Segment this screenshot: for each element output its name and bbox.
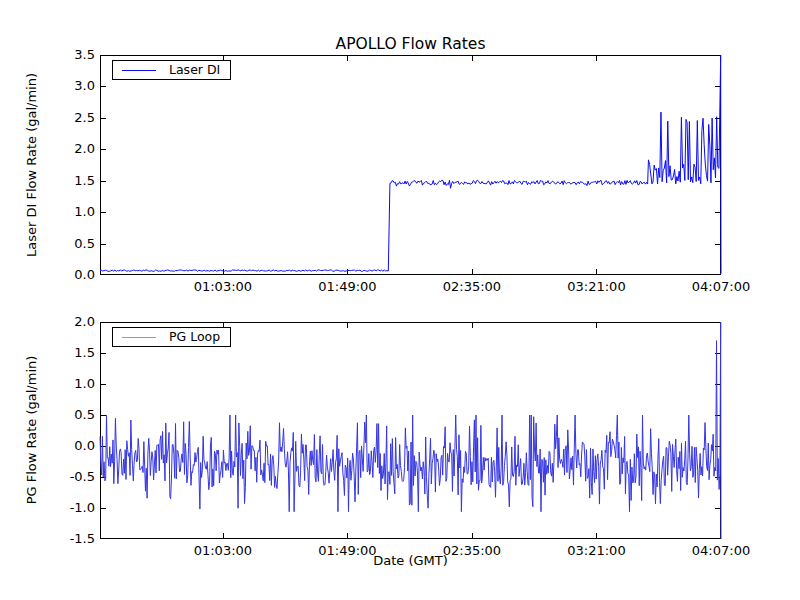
pg-loop-data-line bbox=[100, 322, 721, 539]
y-tick-label: -1.0 bbox=[49, 500, 95, 515]
plot-area-pg-loop bbox=[100, 322, 721, 539]
y-tick-label: 1.0 bbox=[49, 204, 95, 219]
y-tick-label: 2.5 bbox=[49, 110, 95, 125]
x-tick-label: 01:49:00 bbox=[302, 543, 392, 558]
y-tick-label: 0.0 bbox=[49, 438, 95, 453]
pg-loop-plot-svg bbox=[100, 322, 721, 539]
x-tick-label: 01:03:00 bbox=[178, 279, 268, 294]
y-tick-label: -1.5 bbox=[49, 531, 95, 546]
y-tick-label: 3.5 bbox=[49, 47, 95, 62]
y-tick-label: 1.5 bbox=[49, 173, 95, 188]
legend-label-laser-di: Laser DI bbox=[169, 63, 220, 77]
x-tick-label: 03:21:00 bbox=[551, 543, 641, 558]
plot-frame bbox=[101, 323, 721, 539]
laser-di-data-line bbox=[100, 55, 721, 274]
y-tick-label: 0.5 bbox=[49, 407, 95, 422]
chart-title: APOLLO Flow Rates bbox=[100, 35, 721, 53]
x-tick-label: 01:03:00 bbox=[178, 543, 268, 558]
plot-frame bbox=[101, 56, 721, 275]
y-tick-label: 2.0 bbox=[49, 141, 95, 156]
y-axis-label-laser-di: Laser DI Flow Rate (gal/min) bbox=[24, 35, 40, 295]
y-axis-label-pg: PG Flow Rate (gal/min) bbox=[24, 300, 40, 560]
x-tick-label: 04:07:00 bbox=[676, 279, 766, 294]
x-tick-label: 02:35:00 bbox=[427, 279, 517, 294]
plot-area-laser-di bbox=[100, 55, 721, 275]
y-tick-label: 0.5 bbox=[49, 236, 95, 251]
y-tick-label: -0.5 bbox=[49, 469, 95, 484]
x-tick-label: 01:49:00 bbox=[302, 279, 392, 294]
y-tick-label: 1.0 bbox=[49, 376, 95, 391]
laser-di-plot-svg bbox=[100, 55, 721, 275]
pg-loop-line-sample-icon bbox=[122, 337, 156, 338]
legend-pg-loop: PG Loop bbox=[112, 327, 231, 347]
laser-di-line-sample-icon bbox=[122, 70, 156, 71]
figure: APOLLO Flow Rates Laser DI Flow Rate (ga… bbox=[0, 0, 800, 600]
y-tick-label: 2.0 bbox=[49, 314, 95, 329]
y-tick-label: 3.0 bbox=[49, 78, 95, 93]
y-tick-label: 0.0 bbox=[49, 267, 95, 282]
x-tick-label: 02:35:00 bbox=[427, 543, 517, 558]
legend-laser-di: Laser DI bbox=[112, 60, 231, 80]
legend-label-pg-loop: PG Loop bbox=[169, 330, 220, 344]
x-tick-label: 04:07:00 bbox=[676, 543, 766, 558]
x-tick-label: 03:21:00 bbox=[551, 279, 641, 294]
y-tick-label: 1.5 bbox=[49, 345, 95, 360]
